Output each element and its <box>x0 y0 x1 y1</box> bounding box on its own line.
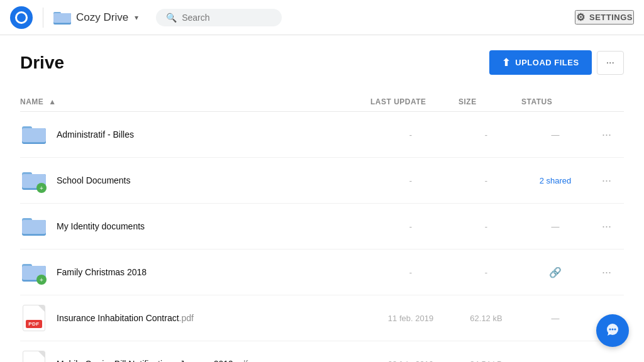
svg-rect-15 <box>22 220 46 234</box>
col-size[interactable]: SIZE <box>458 92 521 112</box>
upload-files-button[interactable]: ⬆ UPLOAD FILES <box>489 50 592 75</box>
app-header: Cozy Drive ▾ 🔍 ⚙ SETTINGS <box>0 0 644 35</box>
file-ext: .pdf <box>179 313 194 323</box>
gear-icon: ⚙ <box>576 11 586 23</box>
file-icon-wrap: + <box>20 167 48 194</box>
table-row[interactable]: Administratif - Billes - - — ··· <box>20 112 624 158</box>
col-last-update[interactable]: LAST UPDATE <box>370 92 458 112</box>
page-header: Drive ⬆ UPLOAD FILES ··· <box>20 50 624 75</box>
cell-last-update: - <box>370 112 458 158</box>
svg-point-22 <box>612 329 614 331</box>
file-icon-wrap <box>20 212 48 240</box>
file-icon-wrap: + <box>20 258 48 286</box>
file-icon-wrap: PDF <box>20 304 48 332</box>
row-more-button[interactable]: ··· <box>597 355 616 363</box>
row-more-button[interactable]: ··· <box>597 217 616 236</box>
row-more-button[interactable]: ··· <box>597 126 616 144</box>
share-badge: + <box>36 275 47 285</box>
file-name: School Documents <box>57 175 131 185</box>
cell-size: 84.54 kB <box>458 341 521 363</box>
cell-actions: ··· <box>597 158 624 204</box>
row-more-button[interactable]: ··· <box>597 263 616 282</box>
brand-name: Cozy Drive <box>76 11 128 24</box>
table-header: NAME ▲ LAST UPDATE SIZE STATUS <box>20 92 624 112</box>
file-name: Insurance Inhabitation Contract.pdf <box>57 313 194 323</box>
pdf-icon: PDF <box>23 351 45 362</box>
cell-last-update: - <box>370 204 458 250</box>
cell-status: 🔗 <box>521 250 597 295</box>
main-content: Drive ⬆ UPLOAD FILES ··· NAME ▲ LAST UPD… <box>0 35 644 362</box>
cell-actions: ··· <box>597 250 624 295</box>
cell-status: — <box>521 112 597 158</box>
settings-button[interactable]: ⚙ SETTINGS <box>575 10 634 25</box>
cell-last-update: 08 feb. 2019 <box>370 341 458 363</box>
table-row[interactable]: PDF Mobile Carrier Bill Notification - J… <box>20 341 624 363</box>
cell-name: + School Documents <box>20 158 370 204</box>
chevron-down-icon: ▾ <box>135 13 138 22</box>
upload-icon: ⬆ <box>502 57 511 69</box>
cell-name: PDF Mobile Carrier Bill Notification - J… <box>20 341 370 363</box>
table-row[interactable]: + School Documents - - 2 shared ··· <box>20 158 624 204</box>
brand-link[interactable]: Cozy Drive ▾ <box>53 11 138 25</box>
svg-point-21 <box>609 329 611 331</box>
header-divider <box>43 8 43 28</box>
file-name: Mobile Carrier Bill Notification - Janua… <box>57 359 248 362</box>
brand-folder-icon <box>53 11 71 25</box>
file-name: Family Christmas 2018 <box>57 267 147 277</box>
table-row[interactable]: PDF Insurance Inhabitation Contract.pdf … <box>20 295 624 341</box>
status-dash: — <box>551 314 559 323</box>
cell-size: - <box>458 158 521 204</box>
svg-rect-3 <box>53 13 71 23</box>
search-bar[interactable]: 🔍 <box>156 9 282 26</box>
cell-name: PDF Insurance Inhabitation Contract.pdf <box>20 295 370 341</box>
app-logo[interactable] <box>10 6 33 29</box>
file-icon-wrap <box>20 121 48 148</box>
file-table: NAME ▲ LAST UPDATE SIZE STATUS <box>20 92 624 362</box>
upload-label: UPLOAD FILES <box>515 58 579 67</box>
cell-last-update: - <box>370 250 458 295</box>
file-name: My Identity documents <box>57 221 145 231</box>
cell-status: 2 shared <box>521 158 597 204</box>
table-body: Administratif - Billes - - — ··· + <box>20 112 624 363</box>
cell-status: — <box>521 204 597 250</box>
search-icon: 🔍 <box>166 13 177 23</box>
table-row[interactable]: My Identity documents - - — ··· <box>20 204 624 250</box>
sort-arrow-icon: ▲ <box>48 97 56 106</box>
cell-size: 62.12 kB <box>458 295 521 341</box>
cell-name: + Family Christmas 2018 <box>20 250 370 295</box>
folder-icon <box>22 217 46 236</box>
cell-last-update: 11 feb. 2019 <box>370 295 458 341</box>
cell-last-update: - <box>370 158 458 204</box>
chat-bubble-button[interactable] <box>596 314 629 347</box>
cell-name: My Identity documents <box>20 204 370 250</box>
svg-point-23 <box>614 329 616 331</box>
file-icon-wrap: PDF <box>20 350 48 362</box>
col-name[interactable]: NAME ▲ <box>20 92 370 112</box>
more-options-button[interactable]: ··· <box>597 51 624 75</box>
folder-icon <box>22 125 46 144</box>
cell-status: — <box>521 295 597 341</box>
cell-status: — <box>521 341 597 363</box>
pdf-icon: PDF <box>23 305 45 331</box>
status-dash: — <box>551 130 559 140</box>
svg-rect-7 <box>22 128 46 142</box>
link-icon: 🔗 <box>549 267 562 278</box>
cell-size: - <box>458 112 521 158</box>
share-badge: + <box>36 183 47 193</box>
file-name: Administratif - Billes <box>57 129 134 140</box>
cell-actions: ··· <box>597 112 624 158</box>
shared-status: 2 shared <box>540 176 572 185</box>
col-actions <box>597 92 624 112</box>
page-title: Drive <box>20 53 64 73</box>
cell-size: - <box>458 204 521 250</box>
row-more-button[interactable]: ··· <box>597 172 616 190</box>
header-actions: ⬆ UPLOAD FILES ··· <box>489 50 624 75</box>
table-row[interactable]: + Family Christmas 2018 - - 🔗 ··· <box>20 250 624 295</box>
search-input[interactable] <box>182 13 257 23</box>
status-dash: — <box>551 222 559 231</box>
file-ext: .pdf <box>233 359 248 362</box>
status-dash: — <box>551 359 559 363</box>
col-status[interactable]: STATUS <box>521 92 597 112</box>
cell-actions: ··· <box>597 204 624 250</box>
cell-name: Administratif - Billes <box>20 112 370 158</box>
